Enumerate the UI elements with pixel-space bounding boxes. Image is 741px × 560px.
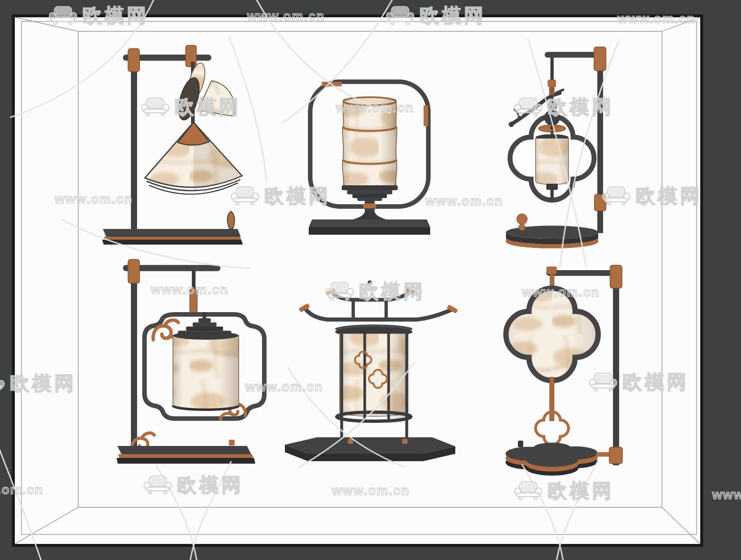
lamp5-base — [285, 437, 455, 461]
lamp3-copper-joint — [594, 47, 606, 71]
lamp4-pole — [131, 271, 137, 447]
lamp1-pole — [131, 60, 137, 231]
lamp3-copper-foot — [594, 194, 606, 211]
lamp6-copper-hanger — [547, 267, 557, 274]
lamp1-copper-joint — [128, 49, 140, 72]
lamp6-pole — [613, 276, 619, 465]
lamp5-cage — [335, 324, 412, 438]
lamp4-copper-joint — [128, 259, 140, 283]
lamp4-base — [117, 446, 255, 464]
lamp1-base — [102, 229, 243, 245]
lamp6-copper-rod — [550, 377, 554, 421]
lamp2-base — [309, 219, 430, 235]
lamp2-bamboo-shade — [343, 97, 397, 188]
lamp-render — [0, 0, 741, 560]
lamp1-leaf-ornament — [227, 211, 235, 229]
lamp4-copper-hanger — [190, 289, 197, 313]
lamp6-copper-joint — [610, 265, 622, 288]
lamp4-copper-peg — [229, 440, 235, 446]
render-stage: 欧模网 www.om.cn 欧模网 www.om.cn 欧模网 www.om.c… — [0, 0, 741, 560]
